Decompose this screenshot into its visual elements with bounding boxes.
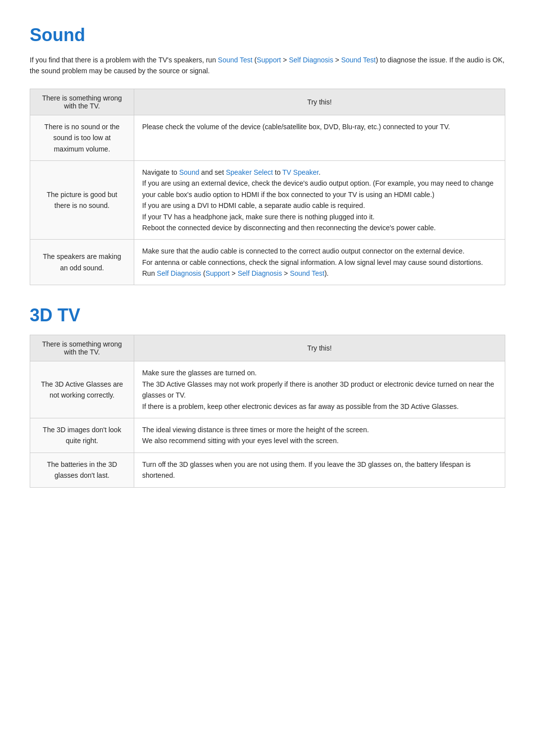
- sound-problem-1: There is no sound or the sound is too lo…: [30, 115, 134, 160]
- self-diagnosis-link-2[interactable]: Self Diagnosis: [157, 269, 202, 277]
- sound-problem-3: The speakers are making an odd sound.: [30, 240, 134, 285]
- self-diagnosis-link-3[interactable]: Self Diagnosis: [238, 269, 282, 277]
- tv3d-section-title: 3D TV: [30, 305, 505, 326]
- speaker-select-link[interactable]: Speaker Select: [226, 168, 273, 176]
- sound-test-link-1[interactable]: Sound Test: [218, 56, 253, 64]
- table-row: There is no sound or the sound is too lo…: [30, 115, 505, 160]
- sound-table: There is something wrong with the TV. Tr…: [30, 89, 505, 286]
- sound-table-header-solution: Try this!: [134, 89, 505, 115]
- support-link[interactable]: Support: [257, 56, 281, 64]
- tv3d-problem-2: The 3D images don't look quite right.: [30, 418, 134, 453]
- self-diagnosis-link-1[interactable]: Self Diagnosis: [289, 56, 333, 64]
- tv-speaker-link[interactable]: TV Speaker: [282, 168, 319, 176]
- table-row: The picture is good but there is no soun…: [30, 160, 505, 239]
- table-row: The 3D images don't look quite right. Th…: [30, 418, 505, 453]
- sound-link[interactable]: Sound: [179, 168, 199, 176]
- tv3d-solution-3: Turn off the 3D glasses when you are not…: [134, 453, 505, 487]
- sound-solution-2: Navigate to Sound and set Speaker Select…: [134, 160, 505, 239]
- sound-test-link-2[interactable]: Sound Test: [341, 56, 376, 64]
- tv3d-table-header-problem: There is something wrong with the TV.: [30, 335, 134, 361]
- tv3d-table-header-solution: Try this!: [134, 335, 505, 361]
- table-row: The 3D Active Glasses are not working co…: [30, 361, 505, 418]
- table-row: The speakers are making an odd sound. Ma…: [30, 240, 505, 285]
- tv3d-solution-2: The ideal viewing distance is three time…: [134, 418, 505, 453]
- support-link-2[interactable]: Support: [206, 269, 230, 277]
- sound-table-header-problem: There is something wrong with the TV.: [30, 89, 134, 115]
- sound-solution-1: Please check the volume of the device (c…: [134, 115, 505, 160]
- tv3d-solution-1: Make sure the glasses are turned on. The…: [134, 361, 505, 418]
- sound-section-title: Sound: [30, 25, 505, 46]
- sound-problem-2: The picture is good but there is no soun…: [30, 160, 134, 239]
- sound-test-link-3[interactable]: Sound Test: [290, 269, 324, 277]
- sound-intro-paragraph: If you find that there is a problem with…: [30, 54, 505, 77]
- tv3d-problem-1: The 3D Active Glasses are not working co…: [30, 361, 134, 418]
- tv3d-table: There is something wrong with the TV. Tr…: [30, 335, 505, 487]
- sound-solution-3: Make sure that the audio cable is connec…: [134, 240, 505, 285]
- table-row: The batteries in the 3D glasses don't la…: [30, 453, 505, 487]
- tv3d-problem-3: The batteries in the 3D glasses don't la…: [30, 453, 134, 487]
